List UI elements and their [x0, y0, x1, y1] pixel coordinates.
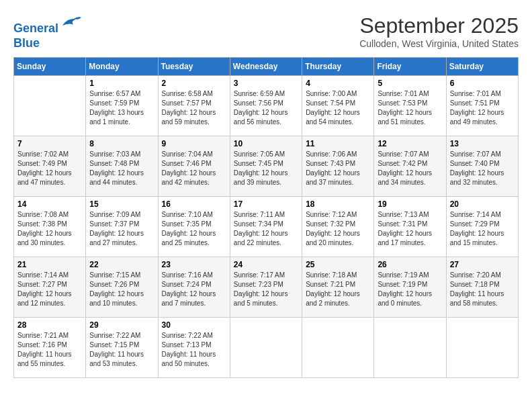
day-info: Sunrise: 7:19 AM Sunset: 7:19 PM Dayligh…	[378, 271, 442, 308]
day-info: Sunrise: 7:04 AM Sunset: 7:46 PM Dayligh…	[162, 150, 226, 187]
day-header-wednesday: Wednesday	[230, 58, 302, 76]
day-info: Sunrise: 6:58 AM Sunset: 7:57 PM Dayligh…	[162, 89, 226, 127]
calendar-cell: 2Sunrise: 6:58 AM Sunset: 7:57 PM Daylig…	[158, 76, 230, 136]
day-info: Sunrise: 7:07 AM Sunset: 7:42 PM Dayligh…	[378, 150, 442, 187]
week-row-1: 1Sunrise: 6:57 AM Sunset: 7:59 PM Daylig…	[14, 76, 519, 136]
location-subtitle: Culloden, West Virginia, United States	[359, 38, 519, 49]
calendar-cell: 22Sunrise: 7:15 AM Sunset: 7:26 PM Dayli…	[86, 257, 158, 318]
calendar-cell: 9Sunrise: 7:04 AM Sunset: 7:46 PM Daylig…	[158, 136, 230, 197]
day-info: Sunrise: 7:20 AM Sunset: 7:18 PM Dayligh…	[450, 271, 515, 308]
day-info: Sunrise: 7:01 AM Sunset: 7:53 PM Dayligh…	[378, 89, 442, 127]
day-number: 18	[306, 199, 370, 209]
day-number: 7	[17, 139, 82, 148]
calendar-cell: 1Sunrise: 6:57 AM Sunset: 7:59 PM Daylig…	[86, 76, 158, 136]
day-number: 8	[89, 139, 154, 148]
day-info: Sunrise: 7:11 AM Sunset: 7:34 PM Dayligh…	[234, 210, 298, 248]
calendar-cell: 6Sunrise: 7:01 AM Sunset: 7:51 PM Daylig…	[446, 76, 518, 136]
day-info: Sunrise: 7:14 AM Sunset: 7:29 PM Dayligh…	[450, 210, 515, 248]
day-header-thursday: Thursday	[302, 58, 374, 76]
day-number: 30	[162, 320, 226, 330]
logo-bird-icon	[60, 13, 81, 32]
calendar-cell: 12Sunrise: 7:07 AM Sunset: 7:42 PM Dayli…	[374, 136, 446, 197]
calendar-cell: 4Sunrise: 7:00 AM Sunset: 7:54 PM Daylig…	[302, 76, 374, 136]
day-info: Sunrise: 7:18 AM Sunset: 7:21 PM Dayligh…	[306, 271, 370, 308]
day-info: Sunrise: 7:08 AM Sunset: 7:38 PM Dayligh…	[17, 210, 82, 248]
calendar-cell: 14Sunrise: 7:08 AM Sunset: 7:38 PM Dayli…	[14, 197, 86, 257]
calendar-cell	[302, 318, 374, 378]
day-info: Sunrise: 7:17 AM Sunset: 7:23 PM Dayligh…	[234, 271, 298, 308]
calendar-cell: 24Sunrise: 7:17 AM Sunset: 7:23 PM Dayli…	[230, 257, 302, 318]
calendar-cell: 18Sunrise: 7:12 AM Sunset: 7:32 PM Dayli…	[302, 197, 374, 257]
header-row: SundayMondayTuesdayWednesdayThursdayFrid…	[14, 58, 519, 76]
calendar-cell: 25Sunrise: 7:18 AM Sunset: 7:21 PM Dayli…	[302, 257, 374, 318]
day-number: 16	[162, 199, 226, 209]
calendar-cell: 16Sunrise: 7:10 AM Sunset: 7:35 PM Dayli…	[158, 197, 230, 257]
day-info: Sunrise: 7:22 AM Sunset: 7:13 PM Dayligh…	[162, 331, 226, 369]
day-number: 24	[234, 260, 298, 269]
calendar-cell	[14, 76, 86, 136]
day-header-monday: Monday	[86, 58, 158, 76]
calendar-table: SundayMondayTuesdayWednesdayThursdayFrid…	[13, 57, 519, 378]
day-number: 9	[162, 139, 226, 148]
calendar-cell: 21Sunrise: 7:14 AM Sunset: 7:27 PM Dayli…	[14, 257, 86, 318]
day-number: 10	[234, 139, 298, 148]
day-info: Sunrise: 7:12 AM Sunset: 7:32 PM Dayligh…	[306, 210, 370, 248]
day-info: Sunrise: 7:06 AM Sunset: 7:43 PM Dayligh…	[306, 150, 370, 187]
day-number: 25	[306, 260, 370, 269]
calendar-cell: 5Sunrise: 7:01 AM Sunset: 7:53 PM Daylig…	[374, 76, 446, 136]
day-number: 26	[378, 260, 442, 269]
day-number: 6	[450, 79, 515, 88]
calendar-cell: 20Sunrise: 7:14 AM Sunset: 7:29 PM Dayli…	[446, 197, 518, 257]
page-header: General Blue September 2025 Culloden, We…	[13, 13, 519, 50]
calendar-cell: 17Sunrise: 7:11 AM Sunset: 7:34 PM Dayli…	[230, 197, 302, 257]
week-row-4: 21Sunrise: 7:14 AM Sunset: 7:27 PM Dayli…	[14, 257, 519, 318]
day-number: 28	[17, 320, 82, 330]
day-info: Sunrise: 6:57 AM Sunset: 7:59 PM Dayligh…	[89, 89, 154, 127]
calendar-cell: 8Sunrise: 7:03 AM Sunset: 7:48 PM Daylig…	[86, 136, 158, 197]
week-row-3: 14Sunrise: 7:08 AM Sunset: 7:38 PM Dayli…	[14, 197, 519, 257]
week-row-5: 28Sunrise: 7:21 AM Sunset: 7:16 PM Dayli…	[14, 318, 519, 378]
day-number: 3	[234, 79, 298, 88]
calendar-cell: 11Sunrise: 7:06 AM Sunset: 7:43 PM Dayli…	[302, 136, 374, 197]
day-info: Sunrise: 7:21 AM Sunset: 7:16 PM Dayligh…	[17, 331, 82, 369]
day-header-friday: Friday	[374, 58, 446, 76]
day-number: 23	[162, 260, 226, 269]
day-number: 29	[89, 320, 154, 330]
calendar-cell	[446, 318, 518, 378]
calendar-cell: 26Sunrise: 7:19 AM Sunset: 7:19 PM Dayli…	[374, 257, 446, 318]
day-header-tuesday: Tuesday	[158, 58, 230, 76]
day-number: 14	[17, 199, 82, 209]
calendar-cell: 7Sunrise: 7:02 AM Sunset: 7:49 PM Daylig…	[14, 136, 86, 197]
day-info: Sunrise: 7:02 AM Sunset: 7:49 PM Dayligh…	[17, 150, 82, 187]
day-info: Sunrise: 7:07 AM Sunset: 7:40 PM Dayligh…	[450, 150, 515, 187]
day-number: 11	[306, 139, 370, 148]
calendar-cell: 15Sunrise: 7:09 AM Sunset: 7:37 PM Dayli…	[86, 197, 158, 257]
calendar-cell	[374, 318, 446, 378]
day-info: Sunrise: 7:22 AM Sunset: 7:15 PM Dayligh…	[89, 331, 154, 369]
day-number: 5	[378, 79, 442, 88]
day-info: Sunrise: 7:09 AM Sunset: 7:37 PM Dayligh…	[89, 210, 154, 248]
calendar-cell: 10Sunrise: 7:05 AM Sunset: 7:45 PM Dayli…	[230, 136, 302, 197]
day-info: Sunrise: 7:13 AM Sunset: 7:31 PM Dayligh…	[378, 210, 442, 248]
week-row-2: 7Sunrise: 7:02 AM Sunset: 7:49 PM Daylig…	[14, 136, 519, 197]
calendar-cell: 3Sunrise: 6:59 AM Sunset: 7:56 PM Daylig…	[230, 76, 302, 136]
day-number: 17	[234, 199, 298, 209]
day-number: 12	[378, 139, 442, 148]
day-number: 21	[17, 260, 82, 269]
day-info: Sunrise: 7:15 AM Sunset: 7:26 PM Dayligh…	[89, 271, 154, 308]
day-number: 13	[450, 139, 515, 148]
calendar-cell: 19Sunrise: 7:13 AM Sunset: 7:31 PM Dayli…	[374, 197, 446, 257]
day-info: Sunrise: 7:03 AM Sunset: 7:48 PM Dayligh…	[89, 150, 154, 187]
day-header-saturday: Saturday	[446, 58, 518, 76]
calendar-cell: 27Sunrise: 7:20 AM Sunset: 7:18 PM Dayli…	[446, 257, 518, 318]
day-number: 20	[450, 199, 515, 209]
calendar-cell: 29Sunrise: 7:22 AM Sunset: 7:15 PM Dayli…	[86, 318, 158, 378]
logo: General Blue	[13, 13, 81, 50]
day-info: Sunrise: 7:01 AM Sunset: 7:51 PM Dayligh…	[450, 89, 515, 127]
day-info: Sunrise: 7:16 AM Sunset: 7:24 PM Dayligh…	[162, 271, 226, 308]
calendar-cell: 13Sunrise: 7:07 AM Sunset: 7:40 PM Dayli…	[446, 136, 518, 197]
day-info: Sunrise: 7:10 AM Sunset: 7:35 PM Dayligh…	[162, 210, 226, 248]
day-info: Sunrise: 7:00 AM Sunset: 7:54 PM Dayligh…	[306, 89, 370, 127]
day-number: 19	[378, 199, 442, 209]
calendar-cell: 28Sunrise: 7:21 AM Sunset: 7:16 PM Dayli…	[14, 318, 86, 378]
